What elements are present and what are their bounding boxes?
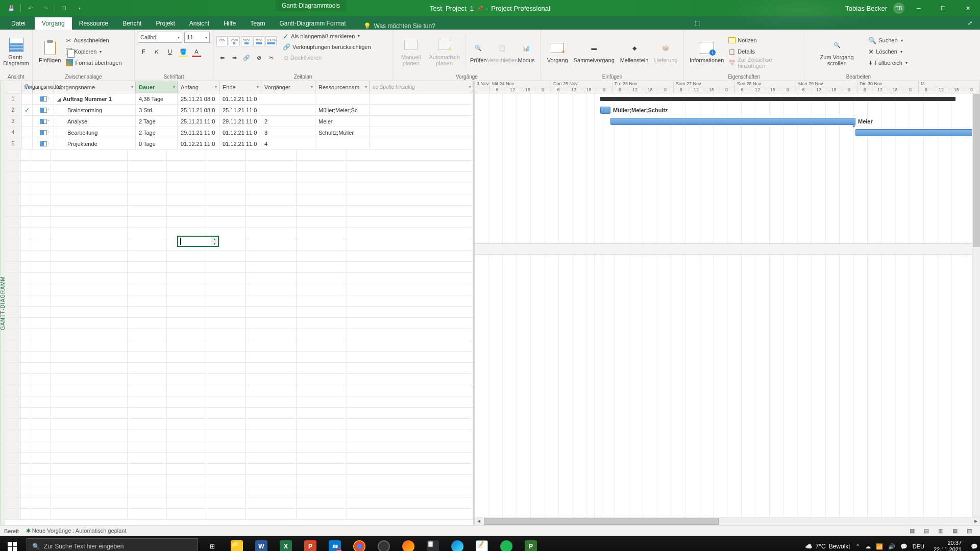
undo-icon[interactable]: ↶	[23, 2, 37, 14]
delete-button[interactable]: ✕Löschen▾	[866, 46, 910, 57]
start-button[interactable]	[0, 536, 24, 551]
col-duration[interactable]: Dauer▾	[136, 81, 178, 93]
pin-icon[interactable]: 📌	[477, 6, 483, 11]
empty-row[interactable]	[5, 340, 473, 352]
empty-row[interactable]	[5, 318, 473, 329]
empty-row[interactable]	[5, 251, 473, 262]
format-painter-button[interactable]: Format übertragen	[64, 58, 124, 68]
notepad-icon[interactable]: 📝	[470, 536, 494, 551]
tell-me-search[interactable]: 💡 Was möchten Sie tun?	[363, 22, 435, 30]
empty-row[interactable]	[5, 509, 473, 520]
outdent-button[interactable]: ⬅	[216, 52, 228, 63]
col-pred[interactable]: Vorgänger▾	[261, 81, 315, 93]
tray-wifi-icon[interactable]: 📶	[876, 543, 883, 550]
col-mode[interactable]: Vorgangsmodus▾	[33, 81, 54, 93]
empty-row[interactable]	[5, 172, 473, 183]
ribbon-collapse[interactable]: ⤢	[960, 16, 980, 30]
redo-icon[interactable]: ↷	[38, 2, 53, 14]
empty-row[interactable]	[5, 363, 473, 374]
font-name-combo[interactable]: Calibri▾	[138, 32, 182, 43]
bold-button[interactable]: F	[138, 46, 149, 57]
empty-row[interactable]	[5, 385, 473, 396]
tray-notifications-icon[interactable]: 💬	[971, 543, 978, 550]
save-icon[interactable]: 💾	[4, 2, 18, 14]
copy-button[interactable]: Kopieren▾	[64, 46, 124, 57]
empty-row[interactable]	[5, 228, 473, 239]
gantt-bar-summary[interactable]	[600, 97, 955, 101]
maximize-button[interactable]: ☐	[933, 0, 953, 16]
word-icon[interactable]: W	[249, 536, 274, 551]
tab-team[interactable]: Team	[243, 17, 272, 30]
empty-row[interactable]	[5, 352, 473, 363]
app-icon-2[interactable]: 📋	[421, 536, 445, 551]
gantt-bar-task-3[interactable]: Meier	[610, 118, 855, 125]
spotify-icon[interactable]	[494, 536, 519, 551]
tab-format[interactable]: Gantt-Diagramm Format	[273, 17, 353, 30]
empty-row[interactable]	[5, 149, 473, 161]
font-size-combo[interactable]: 11▾	[184, 32, 210, 43]
details-button[interactable]: 📋Details	[726, 46, 801, 57]
find-button[interactable]: 🔍Suchen▾	[866, 35, 910, 45]
col-start[interactable]: Anfang▾	[178, 81, 219, 93]
inspect-button[interactable]: 🔍Prüfen	[467, 32, 489, 71]
split-task-button[interactable]: ✂	[265, 52, 277, 63]
gantt-vscroll[interactable]	[972, 93, 980, 517]
empty-row[interactable]	[5, 464, 473, 475]
empty-row[interactable]	[5, 161, 473, 172]
col-resources[interactable]: Ressourcennam▾	[315, 81, 370, 93]
scroll-to-task-button[interactable]: 🔍Zum Vorgang scrollen	[807, 32, 866, 71]
insert-task-button[interactable]: ★Vorgang	[544, 32, 571, 71]
tab-projekt[interactable]: Projekt	[149, 17, 182, 30]
qa-customize-icon[interactable]: ▾	[72, 2, 87, 14]
empty-row[interactable]	[5, 441, 473, 453]
empty-row[interactable]	[5, 486, 473, 497]
project-icon[interactable]: P	[519, 536, 543, 551]
powerpoint-icon[interactable]: P	[298, 536, 323, 551]
font-color-button[interactable]: A	[191, 46, 202, 57]
empty-row[interactable]	[5, 239, 473, 251]
view-report-icon[interactable]: ▧	[963, 527, 976, 536]
empty-row[interactable]	[5, 374, 473, 385]
pct-75[interactable]: 75%	[253, 36, 264, 46]
fill-color-button[interactable]: 🪣	[178, 46, 189, 57]
empty-row[interactable]	[5, 329, 473, 340]
table-row[interactable]: 2 ✓ Brainstorming 3 Std. 25.11.21 08:0 2…	[5, 105, 473, 116]
col-add-new[interactable]: ue Spalte hinzufüg▾	[370, 81, 473, 93]
notes-button[interactable]: Notizen	[726, 35, 801, 45]
gantt-hscroll[interactable]: ◀▶	[475, 517, 980, 525]
gantt-diagram-button[interactable]: Gantt- Diagramm	[3, 32, 29, 71]
minimize-button[interactable]: ─	[909, 0, 929, 16]
empty-row[interactable]	[5, 284, 473, 295]
tab-ansicht[interactable]: Ansicht	[182, 17, 216, 30]
paste-button[interactable]: Einfügen	[36, 32, 64, 71]
select-all-corner[interactable]	[5, 81, 21, 93]
mode-button[interactable]: 📊Modus	[515, 32, 537, 71]
explorer-icon[interactable]: 📁	[225, 536, 249, 551]
user-avatar[interactable]: TB	[893, 3, 904, 14]
pct-25[interactable]: 25%	[229, 36, 240, 46]
empty-row[interactable]	[5, 206, 473, 217]
table-row[interactable]: 5 Projektende 0 Tage 01.12.21 11:0 01.12…	[5, 138, 473, 149]
empty-row[interactable]	[5, 307, 473, 318]
insert-summary-button[interactable]: ▬Sammelvorgang	[571, 32, 617, 71]
empty-row[interactable]	[5, 183, 473, 194]
cut-button[interactable]: ✂Ausschneiden	[64, 35, 124, 45]
table-row[interactable]: 1 ◢Auftrag Nummer 1 4,38 Tage 25.11.21 0…	[5, 93, 473, 105]
link-tasks-button[interactable]: 🔗	[241, 52, 252, 63]
view-bar[interactable]: GANTT-DIAGRAMM	[0, 81, 5, 525]
app-icon-1[interactable]	[396, 536, 421, 551]
tray-volume-icon[interactable]: 🔊	[888, 543, 895, 550]
view-usage-icon[interactable]: ▤	[920, 527, 933, 536]
tray-cloud-icon[interactable]: ☁	[865, 543, 871, 550]
obs-icon[interactable]	[372, 536, 396, 551]
user-name[interactable]: Tobias Becker	[845, 5, 887, 12]
underline-button[interactable]: U	[164, 46, 176, 57]
view-gantt-icon[interactable]: ▦	[905, 527, 919, 536]
gantt-body[interactable]: Müller;Meier;Schultz Meier	[475, 93, 980, 525]
new-icon[interactable]: 🗋	[57, 2, 71, 14]
gantt-bar-task-4[interactable]	[855, 129, 980, 136]
indent-button[interactable]: ➡	[229, 52, 240, 63]
empty-row[interactable]	[5, 497, 473, 509]
gantt-bar-task-2[interactable]: Müller;Meier;Schultz	[600, 107, 610, 114]
tab-ressource[interactable]: Ressource	[72, 17, 115, 30]
